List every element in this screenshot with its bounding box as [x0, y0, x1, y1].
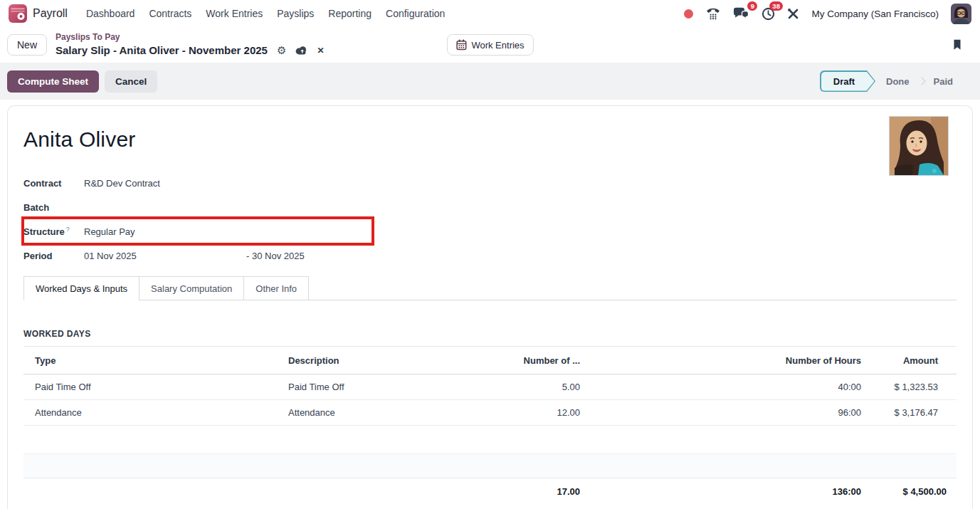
user-avatar[interactable]: [951, 4, 971, 24]
worked-days-section-title: WORKED DAYS: [23, 329, 957, 347]
new-button[interactable]: New: [7, 34, 47, 56]
total-number: 17.00: [433, 478, 590, 505]
table-row[interactable]: Paid Time Off Paid Time Off 5.00 40:00 $…: [23, 374, 957, 400]
state-draft[interactable]: Draft: [820, 70, 875, 92]
add-to-favorites-icon[interactable]: [953, 39, 973, 51]
cell-number[interactable]: 5.00: [433, 374, 590, 400]
contract-value[interactable]: R&D Dev Contract: [84, 178, 160, 189]
form-view: Anita Oliver Contract: [0, 100, 980, 509]
empty-band-row: [23, 454, 957, 478]
cell-type[interactable]: Attendance: [23, 400, 277, 426]
tab-salary-computation[interactable]: Salary Computation: [139, 276, 244, 300]
tab-other-info[interactable]: Other Info: [243, 276, 309, 300]
cell-hours[interactable]: 96:00: [590, 400, 871, 426]
menu-contracts[interactable]: Contracts: [142, 4, 199, 23]
activities-badge: 38: [769, 1, 784, 11]
col-number-of-hours[interactable]: Number of Hours: [590, 347, 871, 374]
state-pipeline: Draft Done Paid: [820, 70, 953, 92]
work-entries-button[interactable]: Work Entries: [446, 34, 533, 56]
field-group: Contract R&D Dev Contract Batch Structur…: [23, 171, 422, 268]
menu-work-entries[interactable]: Work Entries: [199, 4, 270, 23]
breadcrumb-parent[interactable]: Payslips To Pay: [56, 32, 324, 43]
messages-badge: 9: [747, 1, 757, 11]
total-hours: 136:00: [590, 478, 871, 505]
form-sheet: Anita Oliver Contract: [7, 105, 973, 509]
worked-days-pane: WORKED DAYS Type Description Number of .…: [23, 300, 957, 505]
calendar-icon: [455, 39, 466, 51]
cell-number[interactable]: 12.00: [433, 400, 590, 426]
menu-reporting[interactable]: Reporting: [321, 4, 379, 23]
payroll-app-icon[interactable]: [9, 4, 27, 23]
contract-label: Contract: [23, 178, 84, 189]
systray: 9 38 My Company (San Francisco): [684, 4, 971, 24]
structure-value[interactable]: Regular Pay: [84, 226, 135, 237]
breadcrumb-current: Salary Slip - Anita Oliver - November 20…: [56, 43, 268, 58]
save-cloud-icon[interactable]: [295, 46, 307, 55]
work-entries-label: Work Entries: [471, 40, 524, 51]
cancel-button[interactable]: Cancel: [105, 70, 157, 93]
form-statusbar: Compute Sheet Cancel Draft Done Paid: [0, 63, 980, 100]
compute-sheet-button[interactable]: Compute Sheet: [7, 70, 99, 93]
col-amount[interactable]: Amount: [871, 347, 957, 374]
cell-description[interactable]: Attendance: [277, 400, 433, 426]
totals-row: 17.00 136:00 $ 4,500.00: [23, 478, 957, 505]
field-period: Period 01 Nov 2025 - 30 Nov 2025: [23, 243, 422, 268]
cell-amount[interactable]: $ 1,323.53: [871, 374, 957, 400]
control-panel: New Payslips To Pay Salary Slip - Anita …: [0, 27, 980, 63]
table-header-row: Type Description Number of ... Number of…: [23, 347, 957, 374]
discard-icon[interactable]: ✕: [317, 46, 324, 55]
activities-clock-icon[interactable]: 38: [762, 7, 775, 21]
empty-row: [23, 426, 957, 454]
total-amount: $ 4,500.00: [871, 478, 957, 505]
chevron-right-icon: [917, 77, 925, 85]
employee-photo[interactable]: [889, 116, 949, 176]
state-draft-label: Draft: [821, 72, 875, 91]
batch-label: Batch: [23, 202, 84, 213]
messages-icon[interactable]: 9: [733, 7, 749, 21]
menu-payslips[interactable]: Payslips: [270, 4, 321, 23]
debug-tools-icon[interactable]: [787, 8, 799, 20]
gear-icon[interactable]: ⚙: [277, 45, 286, 56]
field-batch: Batch: [23, 195, 422, 219]
breadcrumb: Payslips To Pay Salary Slip - Anita Oliv…: [56, 32, 324, 57]
table-row[interactable]: Attendance Attendance 12.00 96:00 $ 3,17…: [23, 400, 957, 426]
col-type[interactable]: Type: [23, 347, 277, 374]
notebook-tabs: Worked Days & Inputs Salary Computation …: [23, 276, 957, 300]
structure-label: Structure?: [23, 226, 84, 237]
worked-days-table: Type Description Number of ... Number of…: [23, 347, 957, 505]
company-switcher[interactable]: My Company (San Francisco): [811, 9, 939, 19]
cell-hours[interactable]: 40:00: [590, 374, 871, 400]
col-description[interactable]: Description: [277, 347, 433, 374]
cell-type[interactable]: Paid Time Off: [23, 374, 277, 400]
field-structure: Structure? Regular Pay: [23, 219, 422, 243]
cell-description[interactable]: Paid Time Off: [277, 374, 433, 400]
state-done[interactable]: Done: [886, 76, 910, 87]
record-title[interactable]: Anita Oliver: [23, 127, 957, 152]
cell-amount[interactable]: $ 3,176.47: [871, 400, 957, 426]
col-number-of[interactable]: Number of ...: [433, 347, 590, 374]
top-navbar: Payroll Dashboard Contracts Work Entries…: [0, 0, 980, 27]
menu-dashboard[interactable]: Dashboard: [79, 4, 142, 23]
record-indicator-icon[interactable]: [684, 9, 693, 19]
app-name[interactable]: Payroll: [33, 7, 68, 20]
help-icon[interactable]: ?: [66, 226, 70, 233]
period-to-value[interactable]: - 30 Nov 2025: [246, 251, 305, 261]
field-contract: Contract R&D Dev Contract: [23, 171, 422, 195]
period-label: Period: [23, 251, 84, 261]
voip-phone-icon[interactable]: [705, 7, 721, 20]
period-from-value[interactable]: 01 Nov 2025: [84, 251, 246, 261]
tab-worked-days-inputs[interactable]: Worked Days & Inputs: [23, 276, 139, 300]
state-paid[interactable]: Paid: [934, 76, 953, 87]
menu-configuration[interactable]: Configuration: [379, 4, 452, 23]
